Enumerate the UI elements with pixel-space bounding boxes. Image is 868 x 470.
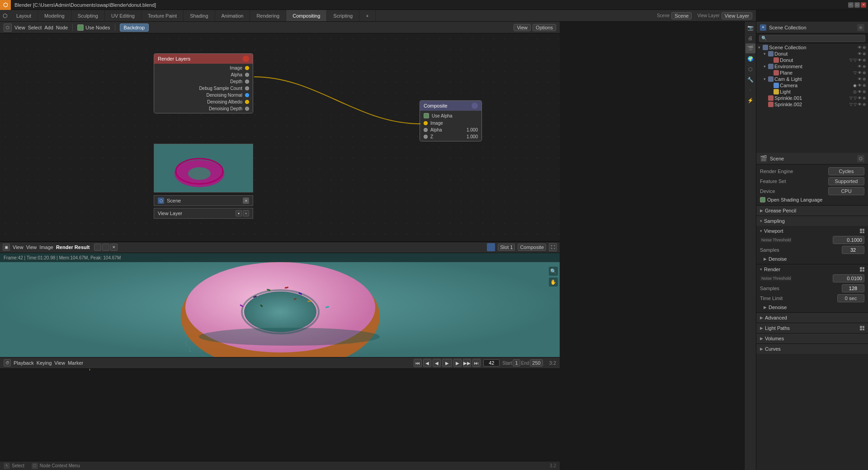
- render-folder-icon[interactable]: [102, 244, 109, 251]
- view-btn[interactable]: View: [13, 244, 24, 250]
- tab-scripting[interactable]: Scripting: [327, 10, 359, 21]
- render-grid-icon[interactable]: [860, 267, 864, 272]
- render-close-btn[interactable]: ✕: [110, 244, 118, 251]
- curves-header[interactable]: ▶ Curves: [756, 344, 868, 354]
- osl-checkbox[interactable]: [760, 197, 765, 202]
- view-timeline-btn[interactable]: View: [54, 360, 65, 366]
- window-maximize[interactable]: □: [854, 2, 860, 8]
- outliner-filter[interactable]: ⊛: [857, 24, 864, 31]
- playback-prev[interactable]: ◀: [433, 359, 441, 367]
- ol-camlight-collection[interactable]: ▾ Cam & Light 👁 ⊕: [756, 76, 868, 82]
- viewport-samples-val[interactable]: 32: [842, 246, 864, 254]
- props-tab-render[interactable]: 📷: [745, 23, 755, 33]
- sampling-header[interactable]: ▾ Sampling: [756, 216, 868, 226]
- render-result-icon[interactable]: ▣: [3, 244, 10, 251]
- render-zoom-icon[interactable]: 🔍: [549, 267, 558, 276]
- toolbar-select[interactable]: Select: [28, 25, 42, 30]
- tab-compositing[interactable]: Compositing: [286, 10, 327, 21]
- grease-pencil-header[interactable]: ▶ Grease Pencil: [756, 206, 868, 216]
- playback-prev-frame[interactable]: ◀: [423, 359, 431, 367]
- view-toggle[interactable]: View: [514, 24, 531, 31]
- use-nodes-checkbox[interactable]: [77, 24, 84, 31]
- timeline-scrubber-bg[interactable]: [0, 369, 560, 371]
- render-cam-icon[interactable]: [94, 244, 101, 251]
- feature-set-dropdown[interactable]: Supported: [828, 177, 864, 185]
- node-editor-icon[interactable]: ⬡: [4, 24, 12, 32]
- composite-use-alpha-cb[interactable]: [424, 113, 429, 118]
- render-subheader[interactable]: ▾ Render: [756, 265, 868, 273]
- view-layer-node-selector[interactable]: View Layer ▾ +: [154, 208, 253, 219]
- split-handle[interactable]: [0, 241, 560, 242]
- render-image-btn[interactable]: Image: [39, 244, 53, 250]
- tab-modeling[interactable]: Modeling: [38, 10, 71, 21]
- toolbar-node[interactable]: Node: [56, 25, 68, 30]
- ol-light-obj[interactable]: Light ◎ 👁 ⊕: [756, 89, 868, 95]
- tab-add[interactable]: +: [359, 10, 375, 21]
- marker-btn[interactable]: Marker: [68, 360, 83, 366]
- props-tab-particles[interactable]: ·: [745, 85, 755, 95]
- toolbar-view[interactable]: View: [14, 25, 25, 30]
- view-layer-dropdown[interactable]: ▾: [236, 210, 242, 216]
- view-layer-selector[interactable]: View Layer: [722, 12, 752, 19]
- device-dropdown[interactable]: CPU: [828, 187, 864, 195]
- ol-environment-collection[interactable]: ▾ Environment 👁 ⊕: [756, 63, 868, 70]
- render-layers-node[interactable]: Render Layers Image Alpha Depth Debug Sa…: [154, 53, 253, 113]
- render-noise-threshold-val[interactable]: 0.0100: [833, 274, 864, 282]
- advanced-header[interactable]: ▶ Advanced: [756, 313, 868, 323]
- ol-plane-mesh[interactable]: Plane ▽ 👁 ⊕: [756, 70, 868, 76]
- scene-selector[interactable]: Scene: [671, 12, 692, 19]
- keying-btn[interactable]: Keying: [37, 360, 52, 366]
- composite-node[interactable]: Composite Use Alpha Image Alpha 1.000: [420, 100, 482, 141]
- ol-sprinkle002[interactable]: Sprinkle.002 ▽ ▽ 👁 ⊕: [756, 101, 868, 108]
- options-toggle[interactable]: Options: [533, 24, 556, 31]
- time-limit-val[interactable]: 0 sec: [837, 294, 864, 302]
- toolbar-add[interactable]: Add: [44, 25, 53, 30]
- ol-sprinkle001[interactable]: Sprinkle.001 ▽ ▽ 👁 ⊕: [756, 95, 868, 101]
- scene-props-expand[interactable]: ⬡: [857, 155, 864, 162]
- tab-layout[interactable]: Layout: [10, 10, 38, 21]
- playback-jump-end[interactable]: ⏭: [472, 359, 481, 367]
- ol-donut-mesh[interactable]: Donut ▽ ▽ 👁 ⊕: [756, 57, 868, 63]
- props-tab-output[interactable]: 🖨: [745, 33, 755, 43]
- backdrop-button[interactable]: Backdrop: [120, 24, 149, 32]
- viewport-noise-threshold-val[interactable]: 0.1000: [833, 236, 864, 244]
- render-engine-dropdown[interactable]: Cycles: [828, 167, 864, 175]
- end-frame-input[interactable]: 250: [530, 359, 542, 367]
- outliner-search[interactable]: 🔍: [759, 35, 865, 42]
- props-tab-world[interactable]: 🌍: [745, 54, 755, 64]
- tab-texturepaint[interactable]: Texture Paint: [142, 10, 184, 21]
- window-minimize[interactable]: −: [848, 2, 854, 8]
- render-samples-val[interactable]: 128: [842, 284, 864, 292]
- playback-play[interactable]: ▶: [442, 359, 452, 367]
- viewport-grid-icon[interactable]: [860, 229, 864, 233]
- select-icon[interactable]: ↖: [4, 463, 10, 469]
- props-tab-scene-active[interactable]: 🎬: [745, 43, 755, 53]
- render-denoise-row[interactable]: ▶ Denoise: [756, 303, 868, 311]
- props-tab-modifier[interactable]: 🔧: [745, 75, 755, 85]
- scene-node-selector[interactable]: ⬡ Scene ✕: [154, 195, 253, 206]
- props-tab-object[interactable]: ⬡: [745, 64, 755, 74]
- view-layer-add[interactable]: +: [243, 210, 249, 216]
- playback-next[interactable]: ▶: [453, 359, 462, 367]
- volumes-header[interactable]: ▶ Volumes: [756, 334, 868, 343]
- render-view-btn[interactable]: View: [26, 244, 37, 250]
- composite-close[interactable]: [472, 103, 478, 109]
- viewport-subheader[interactable]: ▾ Viewport: [756, 227, 868, 235]
- tab-rendering[interactable]: Rendering: [250, 10, 286, 21]
- window-close[interactable]: ✕: [861, 2, 866, 8]
- ol-scene-collection[interactable]: ▾ Scene Collection 👁 ⊕: [756, 44, 868, 51]
- start-frame-input[interactable]: 1: [513, 359, 520, 367]
- playback-btn[interactable]: Playback: [14, 360, 34, 366]
- tab-sculpting[interactable]: Sculpting: [71, 10, 105, 21]
- tab-animation[interactable]: Animation: [215, 10, 250, 21]
- composite-view-selector[interactable]: Composite: [518, 244, 546, 251]
- viewport-denoise-row[interactable]: ▶ Denoise: [756, 255, 868, 263]
- render-expand-icon[interactable]: ⛶: [549, 243, 557, 251]
- playback-next-frame[interactable]: ▶▶: [463, 359, 471, 367]
- tab-uvediting[interactable]: UV Editing: [105, 10, 142, 21]
- slot-selector[interactable]: Slot 1: [498, 244, 515, 251]
- tab-shading[interactable]: Shading: [184, 10, 215, 21]
- frame-counter-input[interactable]: 42: [483, 359, 500, 367]
- render-pan-icon[interactable]: ✋: [549, 277, 558, 287]
- light-paths-header[interactable]: ▶ Light Paths: [756, 323, 868, 333]
